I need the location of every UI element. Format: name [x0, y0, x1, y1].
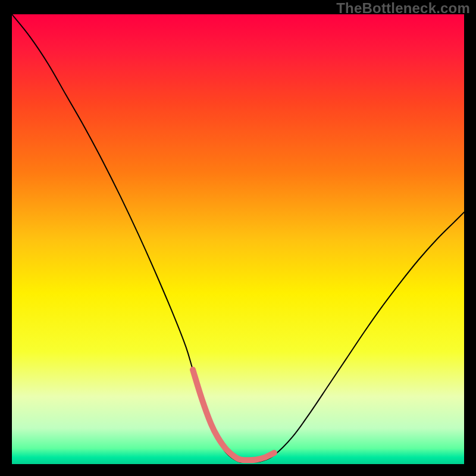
watermark-text: TheBottleneck.com [336, 0, 470, 17]
chart-frame: TheBottleneck.com [0, 0, 476, 476]
curve-overlay [12, 14, 464, 464]
bottleneck-curve [12, 14, 464, 462]
plot-area [12, 14, 464, 464]
sweet-spot-marker [193, 369, 274, 460]
